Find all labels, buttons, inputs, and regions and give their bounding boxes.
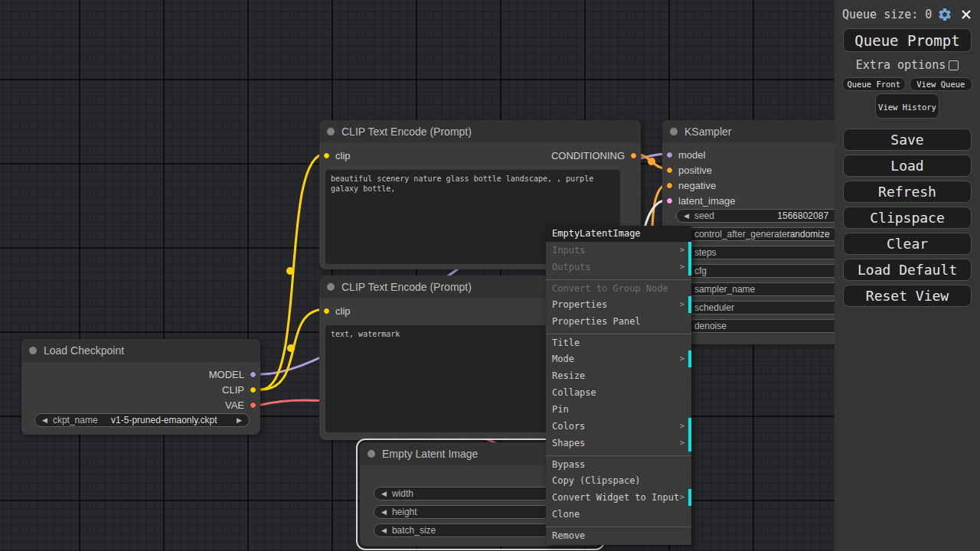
widget-label: height: [392, 507, 417, 517]
widget-row[interactable]: ◀ control_after_generate randomize ▶: [676, 227, 848, 241]
widget-label: denoise: [694, 321, 727, 331]
menu-item-label: Title: [552, 334, 688, 351]
port-dot[interactable]: [323, 308, 330, 315]
port-dot[interactable]: [250, 386, 256, 393]
context-menu-item[interactable]: Bypass: [546, 455, 691, 472]
port-label: CLIP: [222, 384, 244, 396]
widget-row[interactable]: ◀ denoise ▶: [676, 319, 848, 333]
queue-small-buttons: Queue FrontView Queue: [842, 77, 972, 91]
sidebar-button[interactable]: Reset View: [843, 285, 972, 307]
widget-value: randomize: [787, 229, 830, 240]
submenu-arrow-icon: >: [679, 296, 688, 313]
port-dot[interactable]: [666, 167, 673, 174]
node-titlebar[interactable]: KSampler: [662, 120, 861, 143]
port-dot[interactable]: [323, 152, 330, 159]
context-menu-items: Inputs > Outputs > Convert to Group Node…: [546, 242, 691, 543]
widget-value: v1-5-pruned-emaonly.ckpt: [111, 415, 217, 425]
widget-row[interactable]: ◀ seed 1566802087 ▶: [676, 209, 848, 223]
port-label: latent_image: [678, 195, 735, 207]
input-port: positive: [662, 162, 861, 178]
widget-label: sampler_name: [694, 284, 755, 295]
port-label: VAE: [225, 399, 244, 411]
port-dot[interactable]: [630, 152, 637, 159]
sidebar-button[interactable]: Load Default: [843, 259, 972, 281]
widget-next-icon[interactable]: ▶: [237, 416, 242, 424]
output-ports: CONDITIONING: [551, 150, 637, 161]
collapse-dot-icon[interactable]: [327, 128, 335, 135]
extra-options-label: Extra options: [856, 58, 946, 72]
settings-gear-icon[interactable]: [937, 7, 952, 22]
collapse-dot-icon[interactable]: [368, 450, 375, 458]
context-menu-item[interactable]: Remove: [546, 527, 691, 543]
widget-decrement-icon[interactable]: ◀: [381, 490, 387, 497]
port-label: clip: [335, 150, 351, 161]
sidebar-button[interactable]: Refresh: [843, 181, 972, 203]
context-menu-item[interactable]: Collapse: [546, 384, 691, 401]
sidebar-button[interactable]: Clipspace: [843, 207, 972, 229]
close-icon[interactable]: [960, 8, 972, 21]
widget-decrement-icon[interactable]: ◀: [684, 212, 689, 220]
input-ports: clip: [323, 150, 351, 161]
menu-item-label: Properties Panel: [552, 313, 688, 330]
context-menu-item[interactable]: Clone: [546, 506, 691, 523]
widget-row[interactable]: ◀ steps ▶: [676, 246, 848, 259]
menu-item-label: Colors: [552, 418, 679, 435]
input-port: negative: [662, 178, 861, 193]
menu-item-label: Clone: [552, 506, 688, 523]
view-history-button[interactable]: View History: [875, 93, 939, 119]
sidebar-button[interactable]: Save: [843, 129, 972, 151]
port-label: negative: [678, 180, 716, 191]
widget-decrement-icon[interactable]: ◀: [381, 527, 387, 534]
port-label: MODEL: [209, 369, 244, 380]
context-menu: EmptyLatentImage Inputs > Outputs > Conv…: [546, 226, 691, 545]
port-dot[interactable]: [666, 182, 673, 189]
port-label: CONDITIONING: [551, 150, 625, 161]
sidebar-button[interactable]: Load: [843, 155, 972, 177]
widget-row[interactable]: ◀ scheduler ▶: [676, 301, 848, 315]
context-menu-item[interactable]: Shapes >: [546, 435, 691, 452]
widget-label: control_after_generate: [694, 229, 787, 240]
context-menu-item[interactable]: Colors >: [546, 418, 691, 435]
port-dot[interactable]: [250, 371, 256, 378]
port-dot[interactable]: [666, 152, 673, 158]
widget-row[interactable]: ◀ sampler_name ▶: [676, 282, 848, 296]
collapse-dot-icon[interactable]: [670, 128, 678, 135]
extra-options-checkbox[interactable]: [949, 60, 959, 70]
context-menu-item[interactable]: Convert Widget to Input >: [546, 489, 691, 506]
context-menu-item[interactable]: Title: [546, 334, 691, 350]
submenu-arrow-icon: >: [679, 418, 688, 435]
widget-row[interactable]: ◀ ckpt_name v1-5-pruned-emaonly.ckpt ▶: [34, 413, 250, 427]
queue-small-button[interactable]: Queue Front: [842, 77, 906, 91]
context-menu-item[interactable]: Mode >: [546, 350, 691, 367]
widget-label: steps: [694, 247, 717, 258]
node-titlebar[interactable]: CLIP Text Encode (Prompt): [319, 120, 641, 143]
port-dot[interactable]: [250, 402, 256, 409]
widget-prev-icon[interactable]: ◀: [42, 416, 47, 424]
input-port: clip: [323, 150, 351, 161]
sidebar-button[interactable]: Clear: [843, 233, 972, 255]
collapse-dot-icon[interactable]: [327, 283, 335, 291]
port-row: clip CONDITIONING: [319, 148, 641, 163]
queue-prompt-button[interactable]: Queue Prompt: [843, 28, 972, 52]
queue-small-button[interactable]: View Queue: [910, 77, 973, 91]
widget-list: ◀ ckpt_name v1-5-pruned-emaonly.ckpt ▶: [34, 413, 250, 427]
context-menu-item[interactable]: Pin: [546, 401, 691, 418]
menu-item-label: Bypass: [552, 456, 688, 473]
widget-decrement-icon[interactable]: ◀: [381, 508, 387, 516]
node-title: Load Checkpoint: [44, 344, 124, 357]
menu-header: Queue size: 0: [842, 6, 972, 23]
menu-item-label: Collapse: [552, 384, 688, 401]
collapse-dot-icon[interactable]: [29, 347, 37, 354]
port-dot[interactable]: [666, 197, 673, 204]
input-port: latent_image: [662, 193, 861, 208]
context-menu-item[interactable]: Resize: [546, 367, 691, 384]
context-menu-item[interactable]: Properties Panel: [546, 313, 691, 330]
menu-item-label: Inputs: [552, 242, 679, 259]
node-titlebar[interactable]: Load Checkpoint: [21, 339, 260, 362]
menu-item-label: Copy (Clipspace): [552, 472, 688, 489]
context-menu-item[interactable]: Properties >: [546, 296, 691, 313]
context-menu-title: EmptyLatentImage: [546, 226, 691, 242]
widget-row[interactable]: ◀ cfg ▶: [676, 264, 848, 278]
menu-item-label: Outputs: [552, 259, 679, 276]
context-menu-item[interactable]: Copy (Clipspace): [546, 472, 691, 489]
